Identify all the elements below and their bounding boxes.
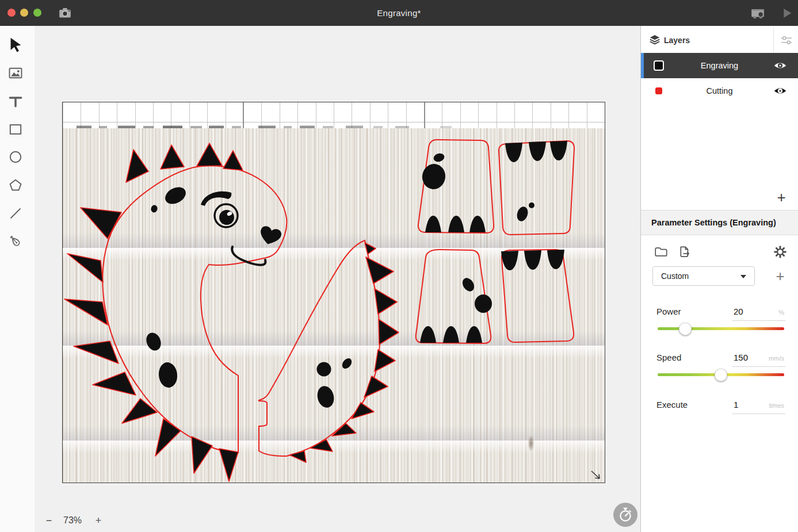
pentagon-icon <box>7 177 24 193</box>
power-value-input[interactable]: 20 <box>734 307 768 316</box>
right-panel: Layers Engraving Cutting <box>640 26 798 532</box>
dino-heart-nostril <box>258 225 282 247</box>
input-underline <box>732 366 785 367</box>
circle-icon <box>7 149 24 165</box>
image-icon <box>7 65 24 81</box>
preset-dropdown[interactable]: Custom <box>652 266 755 286</box>
layers-title: Layers <box>664 28 690 53</box>
speed-slider-thumb[interactable] <box>715 369 727 381</box>
dino-spikes[interactable] <box>64 143 399 481</box>
leg-piece-3[interactable] <box>416 250 492 343</box>
dino-pupil <box>219 210 234 225</box>
ellipse-tool-button[interactable] <box>5 147 26 167</box>
image-tool-button[interactable] <box>5 63 26 83</box>
power-slider-thumb[interactable] <box>679 323 692 335</box>
canvas-board[interactable] <box>62 102 605 483</box>
rectangle-icon <box>7 121 24 137</box>
canvas-area: − 73% + <box>35 26 640 532</box>
pen-tool-button[interactable] <box>5 231 26 252</box>
layer-row-cutting[interactable]: Cutting <box>641 78 798 104</box>
dino-tail-cut-outline <box>259 240 380 456</box>
layer-color-swatch[interactable] <box>654 60 664 71</box>
select-cursor-icon <box>7 36 24 53</box>
line-icon <box>7 205 24 221</box>
execute-unit: times <box>769 402 784 409</box>
pen-nib-icon <box>7 234 24 250</box>
dino-smile <box>232 247 265 265</box>
visibility-eye-icon[interactable] <box>773 83 788 98</box>
layers-header: Layers <box>641 28 798 53</box>
zoom-level: 73% <box>55 510 90 531</box>
speed-unit: mm/s <box>769 355 784 362</box>
machine-preview-button[interactable] <box>749 4 767 22</box>
layers-icon <box>648 33 662 47</box>
rectangle-tool-button[interactable] <box>5 119 26 140</box>
layer-row-engraving[interactable]: Engraving <box>641 53 798 78</box>
wood-edge-marks <box>77 126 452 129</box>
window-title: Engraving* <box>0 0 798 26</box>
add-layer-button[interactable]: + <box>773 189 790 206</box>
layer-color-swatch[interactable] <box>655 87 662 94</box>
export-file-icon[interactable] <box>677 244 692 259</box>
zoom-control: − 73% + <box>35 510 121 531</box>
selected-indicator <box>641 53 644 78</box>
layer-label: Cutting <box>675 78 763 104</box>
open-folder-icon[interactable] <box>654 244 669 259</box>
play-button[interactable] <box>778 4 796 22</box>
line-tool-button[interactable] <box>5 203 26 224</box>
select-tool-button[interactable] <box>5 35 26 55</box>
power-label: Power <box>656 307 681 316</box>
tune-icon[interactable] <box>780 33 793 47</box>
divider <box>773 28 774 53</box>
zoom-in-button[interactable]: + <box>92 510 105 531</box>
stopwatch-icon <box>617 506 634 523</box>
time-estimate-button[interactable] <box>613 503 637 527</box>
app-window: Engraving* <box>0 0 798 532</box>
preset-selected-value: Custom <box>661 267 689 285</box>
tools-sidebar <box>0 26 35 532</box>
power-unit: % <box>778 309 784 316</box>
execute-value-input[interactable]: 1 <box>734 400 768 409</box>
input-underline <box>732 414 785 414</box>
zoom-out-button[interactable]: − <box>43 510 55 531</box>
chevron-down-icon <box>740 275 746 278</box>
text-icon <box>7 93 24 109</box>
dino-engraving-details[interactable] <box>144 184 354 409</box>
visibility-eye-icon[interactable] <box>773 58 788 73</box>
titlebar: Engraving* <box>0 0 798 26</box>
layer-label: Engraving <box>675 53 763 78</box>
gear-icon[interactable] <box>773 244 788 259</box>
leg-piece-1[interactable] <box>418 140 494 233</box>
input-underline <box>732 320 785 321</box>
canvas-artwork[interactable] <box>63 102 605 483</box>
polygon-tool-button[interactable] <box>5 175 26 196</box>
power-slider[interactable] <box>658 327 784 330</box>
leg-piece-4[interactable] <box>501 250 574 342</box>
speed-value-input[interactable]: 150 <box>734 353 768 362</box>
text-tool-button[interactable] <box>5 91 26 112</box>
leg-piece-2[interactable] <box>499 141 574 235</box>
parameter-settings-header: Parameter Settings (Engraving) <box>641 210 798 235</box>
parameter-settings-title: Parameter Settings (Engraving) <box>651 210 798 235</box>
add-preset-button[interactable]: + <box>772 267 789 285</box>
execute-label: Execute <box>656 400 688 409</box>
play-icon <box>780 6 795 21</box>
speed-label: Speed <box>656 353 681 362</box>
speed-slider[interactable] <box>658 373 784 376</box>
resize-handle-arrow[interactable] <box>591 471 600 479</box>
machine-preview-icon <box>749 5 766 22</box>
